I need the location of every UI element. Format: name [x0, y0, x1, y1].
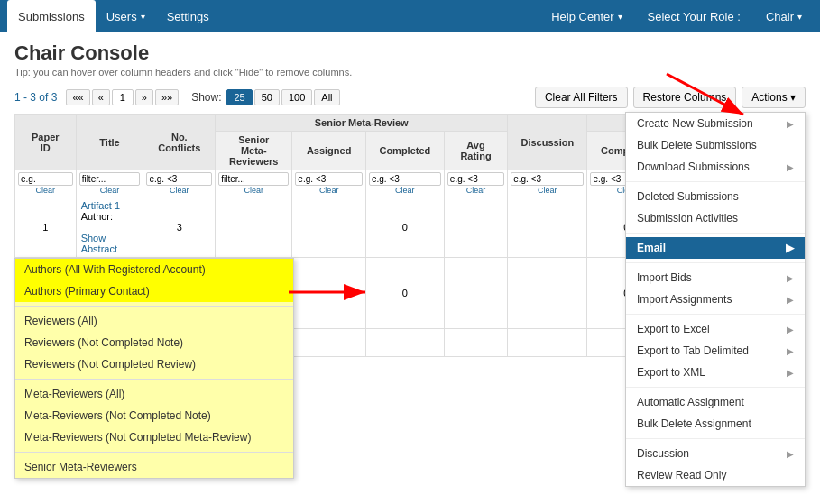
- email-metareviewers-all-item[interactable]: Meta-Reviewers (All): [15, 383, 293, 405]
- email-section-header[interactable]: Email ▶: [626, 237, 805, 259]
- col-header-title: Title: [76, 115, 143, 170]
- cell-paper-id-1: 1: [15, 197, 77, 258]
- filter-smr-clear[interactable]: Clear: [218, 186, 289, 195]
- next-page-button[interactable]: »: [135, 89, 153, 105]
- email-sub-dropdown: Authors (All With Registered Account) Au…: [14, 258, 294, 479]
- show-50-button[interactable]: 50: [254, 89, 280, 105]
- toolbar: 1 - 3 of 3 «« « 1 » »» Show: 25 50 100 A…: [0, 81, 820, 114]
- divider-5: [626, 387, 805, 388]
- filter-avg-rating-input[interactable]: [447, 172, 504, 186]
- current-page: 1: [112, 89, 134, 105]
- download-submissions-item[interactable]: Download Submissions ▶: [626, 156, 805, 178]
- email-reviewers-all-item[interactable]: Reviewers (All): [15, 310, 293, 332]
- email-authors-all-item[interactable]: Authors (All With Registered Account): [15, 259, 293, 280]
- divider-3: [626, 262, 805, 263]
- col-header-smr-completed: Completed: [365, 132, 444, 170]
- filter-assigned: Clear: [292, 170, 366, 197]
- email-senior-meta-reviewers-item[interactable]: Senior Meta-Reviewers: [15, 456, 293, 478]
- filter-smr-input[interactable]: [218, 172, 289, 186]
- discussion-item[interactable]: Discussion ▶: [626, 443, 805, 464]
- email-reviewers-not-note-item[interactable]: Reviewers (Not Completed Note): [15, 332, 293, 353]
- email-metareviewers-not-meta-item[interactable]: Meta-Reviewers (Not Completed Meta-Revie…: [15, 426, 293, 448]
- title-link-1[interactable]: Artifact 1: [81, 200, 120, 211]
- page-header: Chair Console Tip: you can hover over co…: [0, 32, 820, 81]
- create-new-submission-item[interactable]: Create New Submission ▶: [626, 113, 805, 134]
- nav-select-role-label: Select Your Role :: [637, 0, 751, 32]
- restore-columns-button[interactable]: Restore Columns: [633, 87, 737, 108]
- nav-users[interactable]: Users ▾: [96, 0, 156, 32]
- filter-paper-id-clear[interactable]: Clear: [18, 186, 73, 195]
- divider-2: [626, 233, 805, 234]
- page-title: Chair Console: [14, 41, 806, 65]
- nav-settings[interactable]: Settings: [156, 0, 220, 32]
- filter-conflicts: Clear: [143, 170, 216, 197]
- filter-paper-id: Clear: [15, 170, 77, 197]
- cell-assigned-x: [292, 329, 366, 357]
- cell-discussion-5: [508, 258, 587, 329]
- prev-page-button[interactable]: «: [92, 89, 110, 105]
- filter-assigned-clear[interactable]: Clear: [295, 186, 363, 195]
- actions-button[interactable]: Actions ▾: [742, 87, 806, 108]
- show-100-button[interactable]: 100: [281, 89, 312, 105]
- filter-title: Clear: [76, 170, 143, 197]
- download-arrow-icon: ▶: [787, 162, 794, 172]
- import-bids-item[interactable]: Import Bids ▶: [626, 267, 805, 289]
- show-all-button[interactable]: All: [314, 89, 339, 105]
- submission-activities-item[interactable]: Submission Activities: [626, 207, 805, 229]
- filter-avg-rating: Clear: [444, 170, 507, 197]
- filter-conflicts-input[interactable]: [146, 172, 212, 186]
- show-25-button[interactable]: 25: [226, 89, 252, 105]
- col-header-no-conflicts: No.Conflicts: [143, 115, 216, 170]
- show-label: Show:: [191, 91, 221, 104]
- nav-chair-role[interactable]: Chair ▾: [755, 0, 813, 32]
- filter-conflicts-clear[interactable]: Clear: [146, 186, 212, 195]
- actions-dropdown: Create New Submission ▶ Bulk Delete Subm…: [625, 112, 806, 487]
- last-page-button[interactable]: »»: [155, 89, 179, 105]
- users-caret-icon: ▾: [141, 12, 145, 22]
- cell-discussion-1: [508, 197, 587, 258]
- email-metareviewers-not-note-item[interactable]: Meta-Reviewers (Not Completed Note): [15, 405, 293, 426]
- nav-right-group: Help Center ▾ Select Your Role : Chair ▾: [540, 0, 813, 32]
- filter-discussion-clear[interactable]: Clear: [511, 186, 584, 195]
- filter-smr-completed-clear[interactable]: Clear: [369, 186, 441, 195]
- email-authors-primary-item[interactable]: Authors (Primary Contact): [15, 280, 293, 302]
- filter-assigned-input[interactable]: [295, 172, 363, 186]
- nav-submissions[interactable]: Submissions: [7, 0, 96, 32]
- email-divider-3: [15, 452, 293, 453]
- export-tab-item[interactable]: Export to Tab Delimited ▶: [626, 340, 805, 362]
- nav-help-center[interactable]: Help Center ▾: [540, 0, 632, 32]
- cell-avg-rating-x: [444, 329, 507, 357]
- filter-smr-completed-input[interactable]: [369, 172, 441, 186]
- cell-assigned-5: [292, 258, 366, 329]
- create-sub-arrow-icon: ▶: [787, 119, 794, 129]
- filter-title-clear[interactable]: Clear: [79, 186, 141, 195]
- filter-senior-meta-reviewers: Clear: [216, 170, 292, 197]
- export-excel-item[interactable]: Export to Excel ▶: [626, 318, 805, 340]
- export-xml-item[interactable]: Export to XML ▶: [626, 362, 805, 383]
- review-read-only-item[interactable]: Review Read Only: [626, 464, 805, 486]
- email-reviewers-not-review-item[interactable]: Reviewers (Not Completed Review): [15, 353, 293, 375]
- email-divider-1: [15, 306, 293, 307]
- first-page-button[interactable]: ««: [66, 89, 89, 105]
- show-abstract-link-1[interactable]: Show Abstract: [81, 233, 117, 254]
- record-count: 1 - 3 of 3: [14, 91, 57, 104]
- divider-1: [626, 181, 805, 182]
- divider-4: [626, 314, 805, 315]
- page-tip: Tip: you can hover over column headers a…: [14, 67, 806, 78]
- filter-avg-rating-clear[interactable]: Clear: [447, 186, 504, 195]
- deleted-submissions-item[interactable]: Deleted Submissions: [626, 186, 805, 207]
- filter-discussion: Clear: [508, 170, 587, 197]
- cell-title-1: Artifact 1 Author: Show Abstract: [76, 197, 143, 258]
- cell-conflicts-1: 3: [143, 197, 216, 258]
- filter-discussion-input[interactable]: [511, 172, 584, 186]
- col-header-senior-meta-reviewers: SeniorMeta-Reviewers: [216, 132, 292, 170]
- filter-title-input[interactable]: [79, 172, 141, 186]
- import-assignments-item[interactable]: Import Assignments ▶: [626, 289, 805, 310]
- filter-paper-id-input[interactable]: [18, 172, 73, 186]
- export-tab-arrow-icon: ▶: [787, 346, 794, 356]
- col-header-discussion: Discussion: [508, 115, 587, 170]
- automatic-assignment-item[interactable]: Automatic Assignment: [626, 391, 805, 413]
- clear-all-filters-button[interactable]: Clear All Filters: [535, 87, 628, 108]
- bulk-delete-submissions-item[interactable]: Bulk Delete Submissions: [626, 134, 805, 156]
- bulk-delete-assignment-item[interactable]: Bulk Delete Assignment: [626, 413, 805, 435]
